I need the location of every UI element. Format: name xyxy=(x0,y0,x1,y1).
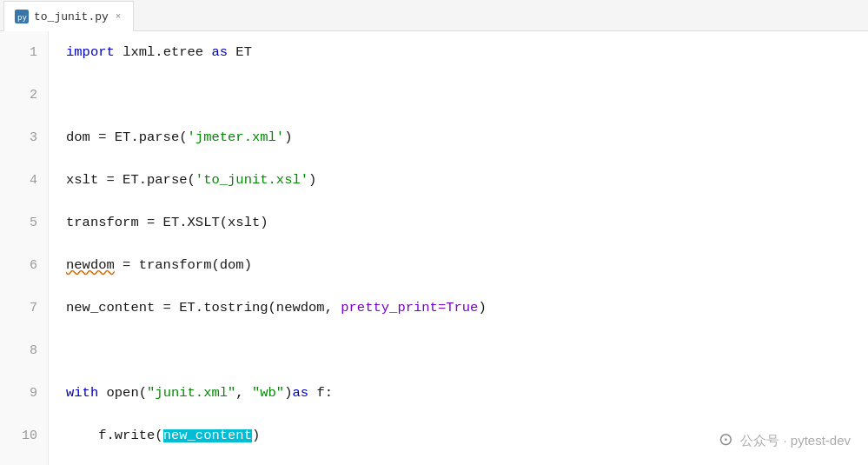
tab-bar: py to_junit.py × xyxy=(0,0,868,31)
code-paren-close-4: ) xyxy=(308,174,316,188)
keyword-import: import xyxy=(66,46,123,60)
line-number-6: 6 xyxy=(0,244,48,287)
code-new-content: new_content = ET.tostring(newdom, xyxy=(66,302,341,316)
code-paren-close-9: ) xyxy=(284,387,292,401)
code-line-5: transform = ET.XSLT(xslt) xyxy=(49,202,868,244)
line-number-10: 10 xyxy=(0,415,48,457)
code-open-call: open( xyxy=(107,387,148,401)
code-xslt-assign: xslt = ET.parse( xyxy=(66,174,195,188)
keyword-with: with xyxy=(66,387,107,401)
code-line-2 xyxy=(49,74,868,116)
code-f-colon: f: xyxy=(316,387,333,401)
code-line-10: f.write(new_content) xyxy=(49,415,868,457)
keyword-as: as xyxy=(211,46,235,60)
code-paren-close-10: ) xyxy=(252,429,260,443)
line-number-4: 4 xyxy=(0,159,48,202)
code-indent-write: f.write( xyxy=(66,429,163,443)
code-line-8 xyxy=(49,329,868,372)
alias-ET: ET xyxy=(235,46,252,60)
line-numbers-gutter: 1 2 3 4 5 6 7 8 9 10 xyxy=(0,31,49,465)
code-line-6: newdom = transform(dom) xyxy=(49,244,868,287)
line-number-2: 2 xyxy=(0,74,48,116)
keyword-as-9: as xyxy=(293,387,317,401)
code-line-4: xslt = ET.parse('to_junit.xsl') xyxy=(49,159,868,202)
code-newdom-assign: = transform(dom) xyxy=(115,259,252,273)
code-paren-close: ) xyxy=(284,131,292,145)
code-transform-assign: transform = ET.XSLT(xslt) xyxy=(66,216,268,230)
string-to-junit-xsl: 'to_junit.xsl' xyxy=(195,174,308,188)
code-new-content-cursor: new_content xyxy=(163,429,252,443)
svg-text:py: py xyxy=(17,13,27,22)
code-comma: , xyxy=(235,387,252,401)
module-lxml: lxml.etree xyxy=(123,46,211,60)
line-number-1: 1 xyxy=(0,31,48,74)
string-jmeter-xml: 'jmeter.xml' xyxy=(188,131,285,145)
code-line-3: dom = ET.parse('jmeter.xml') xyxy=(49,116,868,159)
string-wb: "wb" xyxy=(252,387,284,401)
code-paren-close-7: ) xyxy=(478,302,486,316)
line-number-5: 5 xyxy=(0,202,48,244)
code-line-7: new_content = ET.tostring(newdom, pretty… xyxy=(49,287,868,329)
code-area[interactable]: import lxml.etree as ET dom = ET.parse('… xyxy=(49,31,868,465)
tab-label: to_junit.py xyxy=(34,10,109,23)
tab-to-junit[interactable]: py to_junit.py × xyxy=(3,1,134,31)
code-dom-assign: dom = ET.parse( xyxy=(66,131,188,145)
line-number-9: 9 xyxy=(0,372,48,415)
line-number-8: 8 xyxy=(0,329,48,372)
code-line-9: with open("junit.xml", "wb")as f: xyxy=(49,372,868,415)
code-line-1: import lxml.etree as ET xyxy=(49,31,868,74)
python-file-icon: py xyxy=(15,10,29,23)
string-junit-xml: "junit.xml" xyxy=(147,387,235,401)
editor: 1 2 3 4 5 6 7 8 9 10 import lxml.etree a… xyxy=(0,31,868,465)
tab-close-button[interactable]: × xyxy=(114,10,123,23)
code-pretty-print: pretty_print=True xyxy=(341,302,478,316)
line-number-3: 3 xyxy=(0,116,48,159)
line-number-7: 7 xyxy=(0,287,48,329)
code-newdom: newdom xyxy=(66,259,115,273)
